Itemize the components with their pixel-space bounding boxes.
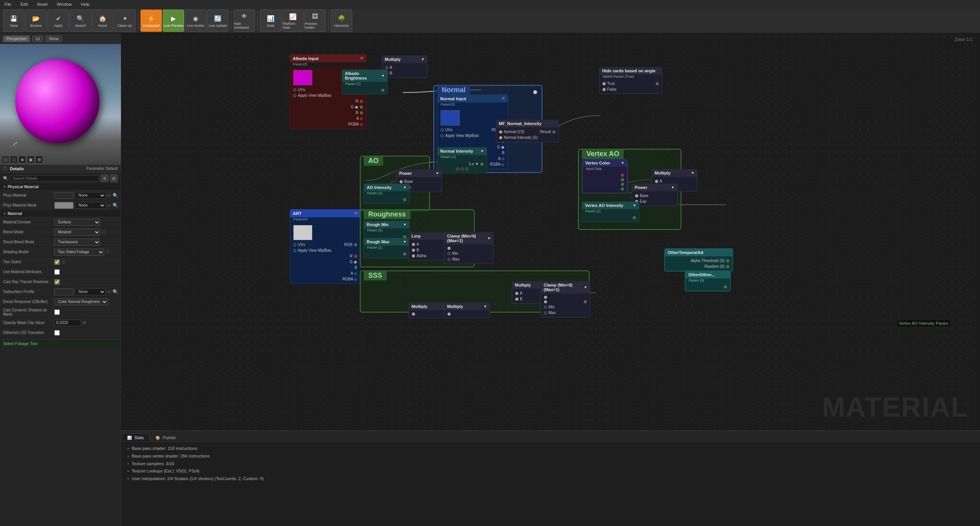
two-sided-checkbox[interactable]: [54, 259, 60, 265]
home-button[interactable]: 🏠 Home: [92, 10, 113, 32]
subsurface-reset[interactable]: ↩: [107, 289, 111, 295]
menu-asset[interactable]: Asset: [36, 1, 49, 7]
phys-material-select[interactable]: None: [75, 192, 106, 199]
power-ao-base-label: Base: [404, 179, 413, 184]
search-details-options-btn[interactable]: ⚙: [101, 174, 108, 182]
albedo-input-close-icon[interactable]: ✕: [360, 56, 363, 61]
phys-material-reset[interactable]: ↩: [107, 193, 111, 198]
normal-intensity-param: Param (1): [437, 155, 487, 160]
albedo-rgba-label: RGBA ◇: [348, 122, 363, 126]
menu-help[interactable]: Help: [79, 1, 91, 7]
node-editor[interactable]: Zoom 1:1: [121, 33, 980, 430]
blend-mode-value: Masked ⓘ: [54, 229, 118, 236]
mf-normal-intensity-node[interactable]: MF_Normal_Intensity Normal (V3) Result N…: [496, 120, 559, 142]
section-material[interactable]: ▼ Material: [0, 210, 121, 217]
stats-text-0: Base pass shader: 153 instructions: [132, 446, 197, 451]
livenodes-button[interactable]: ◉ Live Nodes: [185, 10, 206, 32]
phys-mask-reset[interactable]: ↩: [107, 203, 111, 208]
power-ao-header: Power ▼: [396, 169, 442, 177]
stats-tab-stats[interactable]: 📊 Stats: [121, 433, 150, 441]
stats-tabs: 📊 Stats 🎨 Palette: [121, 431, 980, 442]
stats-button[interactable]: 📊 Stats: [260, 10, 281, 32]
connected-button[interactable]: ⚡ Connected: [140, 10, 162, 32]
art-header: ART ✕: [290, 209, 361, 217]
perspective-button[interactable]: Perspective: [3, 36, 30, 42]
viewport-icon-5[interactable]: ⊞: [35, 156, 43, 163]
shading-model-select[interactable]: Two Sided Foliage: [54, 249, 104, 256]
sss-mult3-title: Multiply: [447, 304, 463, 309]
save-button[interactable]: 💾 Save: [3, 10, 24, 32]
section-physical-material[interactable]: ▼ Physical Material: [0, 184, 121, 191]
menu-edit[interactable]: Edit: [19, 1, 29, 7]
phys-material-search[interactable]: 🔍: [113, 193, 118, 198]
platformstats-button[interactable]: 📈 Platform Stats: [282, 10, 304, 32]
menu-window[interactable]: Window: [55, 1, 73, 7]
use-material-attribs-checkbox[interactable]: [54, 269, 60, 275]
vertex-ao-intensity-node[interactable]: Vertex AO Intensity ▼ Param (2): [582, 202, 639, 222]
clamp-rough-in-row: [444, 246, 493, 251]
rough-max-dd: ▼: [403, 240, 407, 244]
details-icon: ⬡: [3, 166, 7, 171]
hierarchy-button[interactable]: 🌳 Hierarchy: [331, 10, 352, 32]
normal-intensity-node[interactable]: Normal Intensity ▼ Param (1) 1-x ▼: [437, 147, 487, 173]
vertex-color-node[interactable]: Vertex Color ▼ Input Data: [582, 159, 628, 194]
stats-tab-palette[interactable]: 🎨 Palette: [150, 433, 181, 441]
phys-mask-select[interactable]: None: [75, 202, 106, 209]
other-temporal-aa-node[interactable]: OtherTemporalAA Alpha Threshold (S) Rand…: [664, 248, 733, 272]
viewport-icon-2[interactable]: ◻: [10, 156, 18, 163]
dithered-lod-checkbox[interactable]: [54, 330, 60, 335]
lerp-alpha-label: Alpha: [416, 254, 426, 258]
search-details-filter-btn[interactable]: ⊞: [110, 174, 118, 182]
hide-cards-node[interactable]: Hide cards based on angle Switch Param (…: [599, 67, 662, 94]
sss-clamp-node[interactable]: Clamp (Min=0) (Max=1) ▼ Min Max: [541, 281, 590, 318]
viewport-icon-4[interactable]: ▣: [27, 156, 34, 163]
viewport-icon-1[interactable]: ⬛: [2, 156, 9, 163]
opacity-clip-input[interactable]: [54, 319, 81, 326]
subsurface-select[interactable]: None: [75, 288, 106, 295]
ao-intensity-dot-row: [364, 197, 409, 202]
search-details-input[interactable]: [10, 175, 99, 182]
liveupdate-button[interactable]: 🔄 Live Update: [207, 10, 229, 32]
sss-multiply3-node[interactable]: Multiply ▼: [444, 303, 490, 318]
multiply-top-node[interactable]: Multiply ▼ A B: [382, 55, 428, 78]
livepreview-button[interactable]: ▶ Live Preview: [163, 10, 184, 32]
mf-normal-v3-in: [499, 130, 502, 134]
apply-button[interactable]: ✔ Apply: [47, 10, 69, 32]
material-domain-select[interactable]: Surface: [54, 219, 100, 226]
show-button[interactable]: Show: [46, 36, 62, 42]
stats-bullet-1: •: [127, 454, 129, 458]
previewnodes-button[interactable]: 🖼 Preview Nodes: [304, 10, 326, 32]
hideunrelated-button[interactable]: 👁 Hide Unrelated: [234, 10, 255, 32]
toolbar-separator-2: [231, 11, 231, 30]
multiply-top-title: Multiply: [385, 57, 401, 62]
other-dither-node[interactable]: OtherDither... Param (0): [685, 270, 731, 291]
lit-button[interactable]: Lit: [32, 36, 43, 42]
clamp-roughness-header: Clamp (Min=0) (Max=1) ▼: [444, 232, 494, 244]
rough-max-node[interactable]: Rough Max ▼ Param (1): [364, 238, 410, 258]
albedo-brightness-node[interactable]: Albedo Brightness ▼ Param (1): [342, 70, 388, 94]
blend-mode-select[interactable]: Masked: [54, 229, 100, 236]
vai-out-row: [582, 215, 639, 220]
viewport-icon-3[interactable]: ◈: [18, 156, 26, 163]
search-button[interactable]: 🔍 Search: [70, 10, 91, 32]
clamp-rough-max-in: [448, 258, 451, 261]
decal-response-select[interactable]: Color Normal Roughness: [54, 298, 108, 305]
ao-intensity-node[interactable]: AO Intensity ▼ Param (2): [364, 184, 410, 204]
normal-input-close[interactable]: ✕: [501, 96, 505, 101]
art-close[interactable]: ✕: [354, 211, 358, 216]
decal-blend-select[interactable]: Translucent: [54, 239, 100, 246]
rough-max-out: [403, 252, 406, 256]
phys-mask-search[interactable]: 🔍: [113, 203, 118, 208]
browse-button[interactable]: 📂 Browse: [25, 10, 47, 32]
menu-file[interactable]: File: [3, 1, 13, 7]
cast-dynamic-checkbox[interactable]: [54, 309, 60, 315]
cleanup-button[interactable]: ✦ Clean Up: [114, 10, 136, 32]
subsurface-search[interactable]: 🔍: [113, 289, 118, 295]
art-node[interactable]: ART ✕ Param2D UVs RGB Apply View MipBias…: [290, 209, 361, 284]
stats-line-4: • User interpolators: 2/4 Scalars (1/4 V…: [127, 475, 974, 483]
clamp-roughness-node[interactable]: Clamp (Min=0) (Max=1) ▼ Min Max: [444, 232, 494, 264]
sc-out: [584, 300, 587, 303]
cast-ray-traced-checkbox[interactable]: [54, 279, 60, 285]
physical-material-label: Physical Material: [8, 185, 39, 189]
vc-out3: [583, 182, 627, 187]
